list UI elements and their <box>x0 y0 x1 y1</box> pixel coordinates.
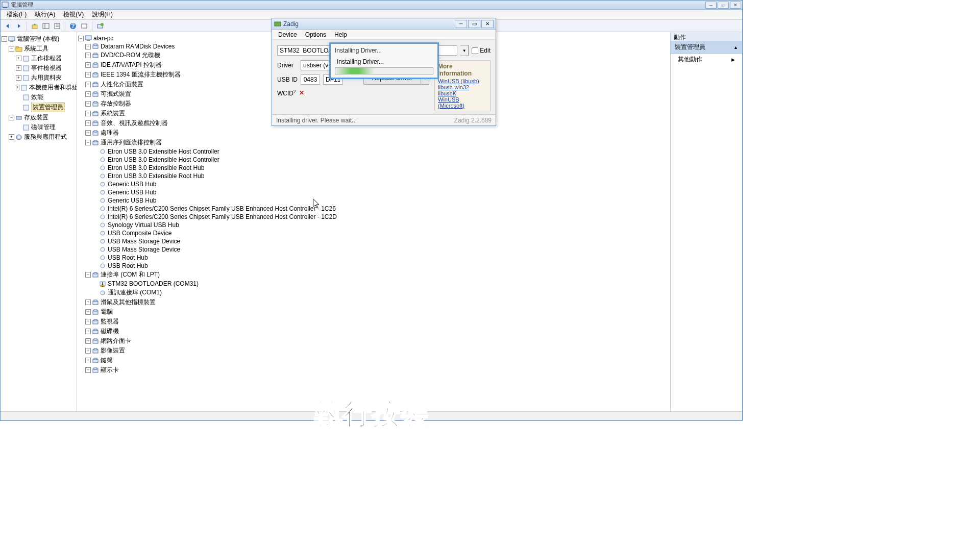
left-tree-group[interactable]: −存放裝置 <box>9 113 76 122</box>
zadig-menu-options[interactable]: Options <box>301 30 330 39</box>
expand-icon[interactable]: + <box>85 329 91 334</box>
expand-icon[interactable]: + <box>16 65 21 71</box>
expand-icon[interactable]: + <box>85 62 91 68</box>
collapse-icon[interactable]: − <box>85 140 91 145</box>
device-category[interactable]: −通用序列匯流排控制器 <box>85 138 669 147</box>
expand-icon[interactable]: + <box>85 72 91 78</box>
device-item[interactable]: Intel(R) 6 Series/C200 Series Chipset Fa… <box>92 205 669 213</box>
device-category[interactable]: +鍵盤 <box>85 356 669 365</box>
expand-icon[interactable] <box>16 124 21 130</box>
device-item[interactable]: !STM32 BOOTLOADER (COM31) <box>92 280 669 288</box>
left-tree-item[interactable]: +本機使用者和群組 <box>16 83 76 92</box>
menu-action[interactable]: 執行(A) <box>31 9 59 20</box>
expand-icon[interactable]: + <box>85 338 91 344</box>
zadig-minimize-button[interactable]: ─ <box>455 20 467 28</box>
expand-icon[interactable]: + <box>85 348 91 354</box>
expand-icon[interactable]: + <box>16 75 21 81</box>
refresh-button[interactable] <box>95 21 105 31</box>
expand-icon[interactable]: + <box>9 134 14 140</box>
close-button[interactable]: ✕ <box>730 2 741 9</box>
device-category[interactable]: +磁碟機 <box>85 327 669 336</box>
menu-view[interactable]: 檢視(V) <box>59 9 88 20</box>
device-item[interactable]: USB Root Hub <box>92 254 669 262</box>
device-item[interactable]: Generic USB Hub <box>92 196 669 205</box>
expand-icon[interactable] <box>16 105 21 110</box>
expand-icon[interactable]: + <box>85 53 91 58</box>
help-button[interactable]: ? <box>68 21 78 31</box>
expand-icon[interactable] <box>16 94 21 100</box>
zadig-titlebar[interactable]: Zadig ─ ▭ ✕ <box>272 18 496 30</box>
left-tree-group[interactable]: +服務與應用程式 <box>9 132 76 142</box>
device-category[interactable]: +影像裝置 <box>85 346 669 356</box>
left-tree-item[interactable]: 效能 <box>16 92 76 102</box>
show-hide-console-button[interactable] <box>41 21 51 31</box>
link-winusb-libusb[interactable]: WinUSB (libusb) <box>438 78 487 84</box>
device-category[interactable]: +滑鼠及其他指標裝置 <box>85 297 669 307</box>
minimize-button[interactable]: ─ <box>705 2 717 9</box>
device-item[interactable]: Etron USB 3.0 Extensible Root Hub <box>92 164 669 172</box>
zadig-close-button[interactable]: ✕ <box>481 20 494 28</box>
expand-icon[interactable]: + <box>85 367 91 373</box>
device-item[interactable]: Etron USB 3.0 Extensible Root Hub <box>92 172 669 180</box>
device-category[interactable]: +顯示卡 <box>85 365 669 375</box>
device-category[interactable]: +網路介面卡 <box>85 336 669 346</box>
device-item[interactable]: Synology Virtual USB Hub <box>92 221 669 229</box>
left-tree-item[interactable]: 磁碟管理 <box>16 122 76 132</box>
left-tree-root[interactable]: − 電腦管理 (本機) <box>2 34 76 44</box>
menu-help[interactable]: 說明(H) <box>88 9 117 20</box>
left-tree-item[interactable]: +事件檢視器 <box>16 63 76 73</box>
zadig-maximize-button[interactable]: ▭ <box>468 20 480 28</box>
device-item[interactable]: USB Composite Device <box>92 229 669 237</box>
device-category[interactable]: +處理器 <box>85 128 669 138</box>
left-tree-group[interactable]: −系統工具 <box>9 44 76 54</box>
collapse-icon[interactable]: − <box>78 36 84 41</box>
link-libusb-win32[interactable]: libusb-win32 <box>438 84 487 90</box>
device-item[interactable]: Etron USB 3.0 Extensible Host Controller <box>92 147 669 156</box>
device-item[interactable]: USB Mass Storage Device <box>92 245 669 254</box>
device-item[interactable]: USB Root Hub <box>92 262 669 270</box>
properties-button[interactable] <box>52 21 62 31</box>
back-button[interactable] <box>3 21 13 31</box>
expand-icon[interactable]: + <box>85 130 91 136</box>
menu-file[interactable]: 檔案(F) <box>3 9 31 20</box>
device-item[interactable]: 通訊連接埠 (COM1) <box>92 288 669 297</box>
maximize-button[interactable]: ▭ <box>718 2 729 9</box>
device-item[interactable]: Etron USB 3.0 Extensible Host Controller <box>92 156 669 164</box>
device-item[interactable]: Generic USB Hub <box>92 180 669 188</box>
toolbar-button-1[interactable] <box>79 21 89 31</box>
device-item[interactable]: USB Mass Storage Device <box>92 237 669 245</box>
left-tree-item[interactable]: +工作排程器 <box>16 54 76 63</box>
titlebar[interactable]: 電腦管理 ─ ▭ ✕ <box>1 1 742 10</box>
device-category[interactable]: +監視器 <box>85 317 669 327</box>
collapse-icon[interactable]: − <box>85 272 91 278</box>
device-category[interactable]: +電腦 <box>85 307 669 317</box>
zadig-menu-device[interactable]: Device <box>274 30 301 39</box>
expand-icon[interactable]: + <box>16 85 19 90</box>
expand-icon[interactable]: + <box>85 82 91 87</box>
collapse-icon[interactable]: − <box>9 46 14 52</box>
left-tree-item[interactable]: +共用資料夾 <box>16 73 76 83</box>
expand-icon[interactable]: + <box>85 319 91 324</box>
device-item[interactable]: Intel(R) 6 Series/C200 Series Chipset Fa… <box>92 213 669 221</box>
up-button[interactable] <box>30 21 40 31</box>
actions-more[interactable]: 其他動作 ▶ <box>671 54 742 65</box>
forward-button[interactable] <box>14 21 24 31</box>
expand-icon[interactable]: + <box>85 358 91 363</box>
expand-icon[interactable]: + <box>16 56 21 61</box>
collapse-icon[interactable]: − <box>9 115 14 120</box>
device-item[interactable]: Generic USB Hub <box>92 188 669 196</box>
expand-icon[interactable]: + <box>85 91 91 97</box>
collapse-icon[interactable]: − <box>2 36 7 42</box>
device-category[interactable]: −連接埠 (COM 和 LPT) <box>85 270 669 280</box>
expand-icon[interactable]: + <box>85 120 91 126</box>
link-winusb-microsoft[interactable]: WinUSB (Microsoft) <box>438 96 487 109</box>
expand-icon[interactable]: + <box>85 101 91 107</box>
actions-group[interactable]: 裝置管理員 ▲ <box>671 41 742 54</box>
expand-icon[interactable]: + <box>85 111 91 116</box>
edit-checkbox[interactable]: Edit <box>472 47 491 54</box>
left-tree-item[interactable]: 裝置管理員 <box>16 102 76 113</box>
zadig-menu-help[interactable]: Help <box>330 30 351 39</box>
expand-icon[interactable]: + <box>85 299 91 305</box>
device-dropdown-button[interactable]: ▼ <box>460 45 469 56</box>
expand-icon[interactable]: + <box>85 44 91 49</box>
